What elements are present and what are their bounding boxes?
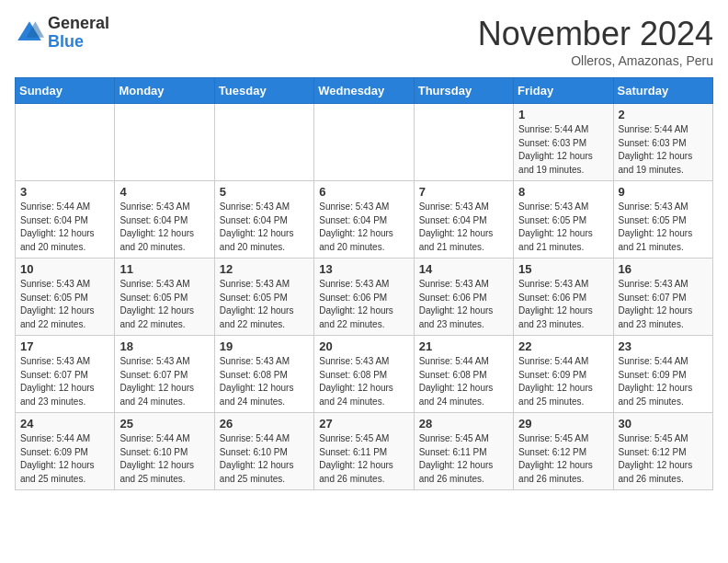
day-info: Sunrise: 5:43 AM Sunset: 6:05 PM Dayligh… [619,201,708,254]
day-cell: 3Sunrise: 5:44 AM Sunset: 6:04 PM Daylig… [16,181,115,259]
day-cell: 4Sunrise: 5:43 AM Sunset: 6:04 PM Daylig… [115,181,214,259]
day-info: Sunrise: 5:43 AM Sunset: 6:05 PM Dayligh… [518,201,608,254]
day-cell: 9Sunrise: 5:43 AM Sunset: 6:05 PM Daylig… [613,181,712,259]
day-cell: 12Sunrise: 5:43 AM Sunset: 6:05 PM Dayli… [214,259,313,336]
day-cell: 27Sunrise: 5:45 AM Sunset: 6:11 PM Dayli… [314,413,414,490]
day-info: Sunrise: 5:43 AM Sunset: 6:04 PM Dayligh… [220,201,309,254]
header-cell-saturday: Saturday [613,78,712,104]
day-number: 22 [518,339,608,353]
day-cell [16,104,115,181]
day-info: Sunrise: 5:44 AM Sunset: 6:09 PM Dayligh… [20,432,109,486]
header-cell-tuesday: Tuesday [214,78,313,104]
day-info: Sunrise: 5:43 AM Sunset: 6:04 PM Dayligh… [319,201,408,254]
month-title: November 2024 [478,15,713,53]
title-block: November 2024 Olleros, Amazonas, Peru [478,15,713,68]
day-cell: 30Sunrise: 5:45 AM Sunset: 6:12 PM Dayli… [613,413,712,490]
week-row-2: 10Sunrise: 5:43 AM Sunset: 6:05 PM Dayli… [16,259,713,336]
day-info: Sunrise: 5:43 AM Sunset: 6:05 PM Dayligh… [220,278,309,331]
day-number: 8 [518,185,608,199]
day-cell [214,104,313,181]
logo-blue: Blue [48,33,109,52]
day-info: Sunrise: 5:43 AM Sunset: 6:08 PM Dayligh… [319,355,408,408]
day-number: 30 [619,417,708,431]
day-cell: 6Sunrise: 5:43 AM Sunset: 6:04 PM Daylig… [314,181,414,259]
header-cell-monday: Monday [115,78,214,104]
day-cell: 23Sunrise: 5:44 AM Sunset: 6:09 PM Dayli… [613,336,712,413]
logo-general: General [48,15,109,33]
day-info: Sunrise: 5:43 AM Sunset: 6:04 PM Dayligh… [119,201,209,254]
day-info: Sunrise: 5:44 AM Sunset: 6:10 PM Dayligh… [119,432,209,486]
day-number: 23 [619,339,708,353]
day-cell: 28Sunrise: 5:45 AM Sunset: 6:11 PM Dayli… [414,413,513,490]
day-number: 4 [119,185,209,199]
day-cell: 20Sunrise: 5:43 AM Sunset: 6:08 PM Dayli… [314,336,414,413]
calendar-table: SundayMondayTuesdayWednesdayThursdayFrid… [15,77,713,490]
day-number: 5 [220,185,309,199]
day-cell: 15Sunrise: 5:43 AM Sunset: 6:06 PM Dayli… [514,259,613,336]
logo: General Blue [15,15,109,52]
header-cell-wednesday: Wednesday [314,78,414,104]
day-info: Sunrise: 5:43 AM Sunset: 6:06 PM Dayligh… [518,278,608,331]
day-info: Sunrise: 5:45 AM Sunset: 6:12 PM Dayligh… [619,432,708,486]
day-cell: 17Sunrise: 5:43 AM Sunset: 6:07 PM Dayli… [16,336,115,413]
day-number: 2 [619,108,708,121]
day-number: 19 [220,339,309,353]
day-info: Sunrise: 5:44 AM Sunset: 6:09 PM Dayligh… [619,355,708,408]
day-info: Sunrise: 5:44 AM Sunset: 6:04 PM Dayligh… [20,201,109,254]
day-number: 3 [20,185,109,199]
day-number: 27 [319,417,408,431]
day-cell: 14Sunrise: 5:43 AM Sunset: 6:06 PM Dayli… [414,259,513,336]
calendar-header: SundayMondayTuesdayWednesdayThursdayFrid… [16,78,713,104]
page-header: General Blue November 2024 Olleros, Amaz… [15,15,713,68]
day-number: 18 [119,339,209,353]
day-number: 29 [518,417,608,431]
day-number: 7 [419,185,508,199]
day-info: Sunrise: 5:43 AM Sunset: 6:05 PM Dayligh… [119,278,209,331]
day-info: Sunrise: 5:44 AM Sunset: 6:09 PM Dayligh… [518,355,608,408]
day-cell: 8Sunrise: 5:43 AM Sunset: 6:05 PM Daylig… [514,181,613,259]
day-number: 21 [419,339,508,353]
day-number: 12 [220,262,309,276]
day-cell: 25Sunrise: 5:44 AM Sunset: 6:10 PM Dayli… [115,413,214,490]
day-cell: 24Sunrise: 5:44 AM Sunset: 6:09 PM Dayli… [16,413,115,490]
day-cell: 22Sunrise: 5:44 AM Sunset: 6:09 PM Dayli… [514,336,613,413]
day-cell [314,104,414,181]
day-cell: 21Sunrise: 5:44 AM Sunset: 6:08 PM Dayli… [414,336,513,413]
day-cell: 29Sunrise: 5:45 AM Sunset: 6:12 PM Dayli… [514,413,613,490]
day-info: Sunrise: 5:44 AM Sunset: 6:10 PM Dayligh… [220,432,309,486]
day-cell: 16Sunrise: 5:43 AM Sunset: 6:07 PM Dayli… [613,259,712,336]
day-cell: 7Sunrise: 5:43 AM Sunset: 6:04 PM Daylig… [414,181,513,259]
header-cell-friday: Friday [514,78,613,104]
day-info: Sunrise: 5:45 AM Sunset: 6:11 PM Dayligh… [319,432,408,486]
day-info: Sunrise: 5:45 AM Sunset: 6:11 PM Dayligh… [419,432,508,486]
week-row-1: 3Sunrise: 5:44 AM Sunset: 6:04 PM Daylig… [16,181,713,259]
day-info: Sunrise: 5:44 AM Sunset: 6:03 PM Dayligh… [518,123,608,177]
day-number: 11 [119,262,209,276]
day-number: 15 [518,262,608,276]
calendar-body: 1Sunrise: 5:44 AM Sunset: 6:03 PM Daylig… [16,104,713,490]
day-info: Sunrise: 5:45 AM Sunset: 6:12 PM Dayligh… [518,432,608,486]
day-cell: 10Sunrise: 5:43 AM Sunset: 6:05 PM Dayli… [16,259,115,336]
day-cell: 5Sunrise: 5:43 AM Sunset: 6:04 PM Daylig… [214,181,313,259]
day-info: Sunrise: 5:43 AM Sunset: 6:07 PM Dayligh… [119,355,209,408]
day-number: 1 [518,108,608,121]
day-cell: 13Sunrise: 5:43 AM Sunset: 6:06 PM Dayli… [314,259,414,336]
day-cell: 11Sunrise: 5:43 AM Sunset: 6:05 PM Dayli… [115,259,214,336]
day-number: 6 [319,185,408,199]
day-number: 28 [419,417,508,431]
day-cell: 26Sunrise: 5:44 AM Sunset: 6:10 PM Dayli… [214,413,313,490]
day-cell [414,104,513,181]
week-row-4: 24Sunrise: 5:44 AM Sunset: 6:09 PM Dayli… [16,413,713,490]
day-info: Sunrise: 5:43 AM Sunset: 6:08 PM Dayligh… [220,355,309,408]
day-info: Sunrise: 5:43 AM Sunset: 6:07 PM Dayligh… [20,355,109,408]
week-row-3: 17Sunrise: 5:43 AM Sunset: 6:07 PM Dayli… [16,336,713,413]
day-info: Sunrise: 5:43 AM Sunset: 6:06 PM Dayligh… [419,278,508,331]
day-number: 16 [619,262,708,276]
header-row: SundayMondayTuesdayWednesdayThursdayFrid… [16,78,713,104]
day-cell: 2Sunrise: 5:44 AM Sunset: 6:03 PM Daylig… [613,104,712,181]
day-number: 24 [20,417,109,431]
day-number: 25 [119,417,209,431]
day-cell [115,104,214,181]
day-cell: 1Sunrise: 5:44 AM Sunset: 6:03 PM Daylig… [514,104,613,181]
day-info: Sunrise: 5:44 AM Sunset: 6:08 PM Dayligh… [419,355,508,408]
